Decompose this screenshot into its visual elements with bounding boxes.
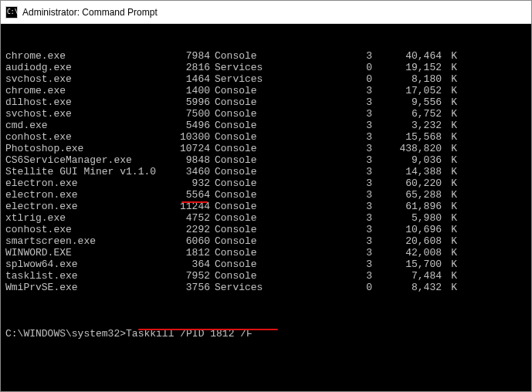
- table-row: cmd.exe5496Console33,232K: [5, 120, 527, 131]
- proc-session: Services: [210, 73, 272, 85]
- proc-mem: 10,696: [372, 224, 442, 235]
- highlight-command: [138, 329, 278, 330]
- proc-session: Console: [210, 50, 272, 62]
- proc-mem-unit: K: [442, 259, 457, 270]
- proc-mem-unit: K: [442, 282, 457, 293]
- table-row: xtlrig.exe4752Console35,980K: [5, 212, 527, 224]
- proc-mem: 60,220: [372, 177, 442, 189]
- svg-text:C:\: C:\: [7, 8, 18, 15]
- proc-name: audiodg.exe: [5, 62, 168, 73]
- proc-pid: 1464: [168, 73, 210, 85]
- table-row: conhost.exe10300Console315,568K: [5, 131, 527, 143]
- proc-name: electron.exe: [5, 177, 168, 189]
- proc-mem-unit: K: [442, 247, 457, 259]
- highlight-pid-1812: [181, 201, 208, 203]
- proc-mem: 15,568: [372, 131, 442, 143]
- proc-session-num: 3: [272, 235, 372, 247]
- table-row: chrome.exe7984Console340,464K: [5, 50, 527, 62]
- table-row: CS6ServiceManager.exe9848Console39,036K: [5, 154, 527, 166]
- proc-session-num: 3: [272, 224, 372, 235]
- proc-session: Console: [210, 212, 272, 224]
- proc-mem: 7,484: [372, 270, 442, 282]
- proc-session-num: 3: [272, 212, 372, 224]
- table-row: smartscreen.exe6060Console320,608K: [5, 235, 527, 247]
- proc-name: xtlrig.exe: [5, 212, 168, 224]
- proc-session-num: 3: [272, 50, 372, 62]
- proc-pid: 9848: [168, 154, 210, 166]
- proc-mem-unit: K: [442, 154, 457, 166]
- proc-name: svchost.exe: [5, 73, 168, 85]
- proc-name: conhost.exe: [5, 224, 168, 235]
- proc-mem: 9,036: [372, 154, 442, 166]
- proc-pid: 3460: [168, 166, 210, 177]
- proc-mem: 17,052: [372, 85, 442, 96]
- proc-pid: 10724: [168, 143, 210, 154]
- table-row: audiodg.exe2816Services019,152K: [5, 62, 527, 73]
- proc-name: electron.exe: [5, 189, 168, 201]
- proc-mem: 8,432: [372, 282, 442, 293]
- proc-mem: 42,008: [372, 247, 442, 259]
- proc-mem-unit: K: [442, 85, 457, 96]
- proc-session-num: 3: [272, 177, 372, 189]
- proc-session-num: 3: [272, 247, 372, 259]
- proc-session-num: 3: [272, 201, 372, 212]
- proc-session: Console: [210, 96, 272, 108]
- proc-name: Stellite GUI Miner v1.1.0: [5, 166, 168, 177]
- proc-name: WmiPrvSE.exe: [5, 282, 168, 293]
- proc-session-num: 3: [272, 96, 372, 108]
- proc-name: chrome.exe: [5, 85, 168, 96]
- proc-mem-unit: K: [442, 224, 457, 235]
- proc-session: Console: [210, 201, 272, 212]
- proc-mem: 61,896: [372, 201, 442, 212]
- proc-pid: 5496: [168, 120, 210, 131]
- proc-session-num: 3: [272, 120, 372, 131]
- table-row: tasklist.exe7952Console37,484K: [5, 270, 527, 282]
- proc-pid: 3756: [168, 282, 210, 293]
- proc-session-num: 3: [272, 189, 372, 201]
- table-row: WmiPrvSE.exe3756Services08,432K: [5, 282, 527, 293]
- terminal-area[interactable]: chrome.exe7984Console340,464Kaudiodg.exe…: [1, 24, 531, 391]
- proc-session-num: 3: [272, 154, 372, 166]
- proc-session: Console: [210, 166, 272, 177]
- proc-mem-unit: K: [442, 108, 457, 120]
- proc-name: WINWORD.EXE: [5, 247, 168, 259]
- proc-name: CS6ServiceManager.exe: [5, 154, 168, 166]
- proc-name: smartscreen.exe: [5, 235, 168, 247]
- proc-mem-unit: K: [442, 96, 457, 108]
- proc-session: Console: [210, 270, 272, 282]
- proc-pid: 1400: [168, 85, 210, 96]
- proc-mem-unit: K: [442, 50, 457, 62]
- proc-pid: 364: [168, 259, 210, 270]
- proc-mem: 438,820: [372, 143, 442, 154]
- proc-mem: 9,556: [372, 96, 442, 108]
- table-row: dllhost.exe5996Console39,556K: [5, 96, 527, 108]
- proc-session-num: 3: [272, 143, 372, 154]
- proc-mem-unit: K: [442, 177, 457, 189]
- table-row: electron.exe932Console360,220K: [5, 177, 527, 189]
- proc-mem: 5,980: [372, 212, 442, 224]
- proc-pid: 7500: [168, 108, 210, 120]
- proc-mem: 3,232: [372, 120, 442, 131]
- proc-mem-unit: K: [442, 270, 457, 282]
- proc-session: Console: [210, 177, 272, 189]
- proc-name: electron.exe: [5, 201, 168, 212]
- proc-session-num: 3: [272, 270, 372, 282]
- proc-session: Console: [210, 189, 272, 201]
- proc-session: Services: [210, 62, 272, 73]
- table-row: svchost.exe7500Console36,752K: [5, 108, 527, 120]
- proc-session: Console: [210, 247, 272, 259]
- table-row: Photoshop.exe10724Console3438,820K: [5, 143, 527, 154]
- proc-mem-unit: K: [442, 62, 457, 73]
- proc-name: Photoshop.exe: [5, 143, 168, 154]
- proc-mem-unit: K: [442, 201, 457, 212]
- proc-session-num: 3: [272, 108, 372, 120]
- proc-session: Console: [210, 108, 272, 120]
- titlebar[interactable]: C:\ Administrator: Command Prompt: [1, 1, 531, 24]
- proc-mem: 40,464: [372, 50, 442, 62]
- proc-session-num: 3: [272, 131, 372, 143]
- table-row: svchost.exe1464Services08,180K: [5, 73, 527, 85]
- window-title: Administrator: Command Prompt: [22, 7, 158, 18]
- prompt-path: C:\WINDOWS\system32>: [5, 328, 126, 340]
- table-row: splwow64.exe364Console315,700K: [5, 259, 527, 270]
- proc-mem: 20,608: [372, 235, 442, 247]
